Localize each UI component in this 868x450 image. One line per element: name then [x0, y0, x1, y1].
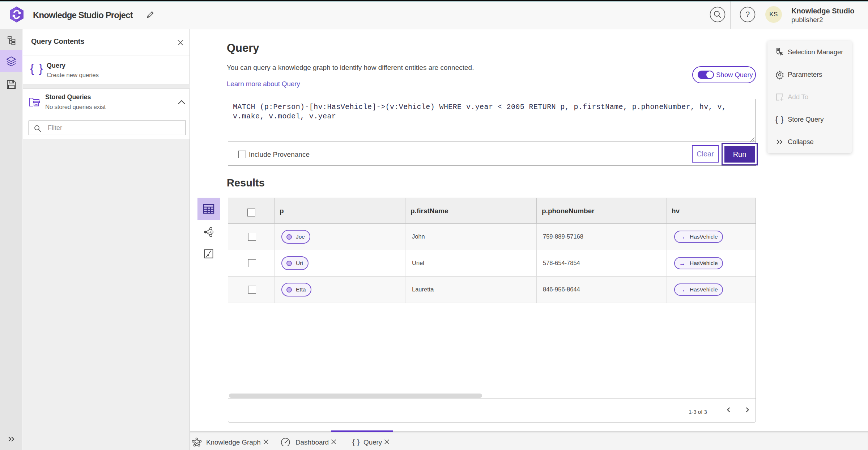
svg-text:?: ? — [745, 10, 750, 19]
